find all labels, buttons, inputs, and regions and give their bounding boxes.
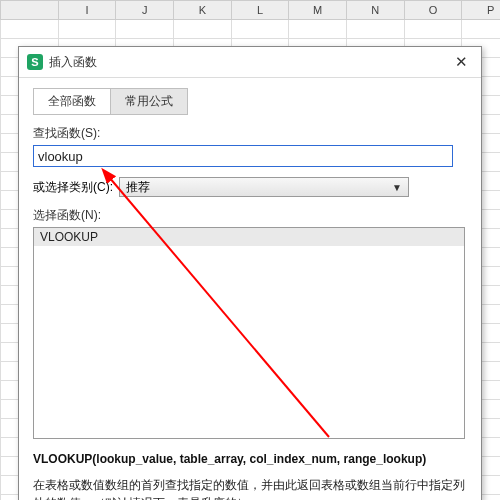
column-header[interactable]: I [58, 1, 116, 20]
search-input[interactable] [33, 145, 453, 167]
select-function-label: 选择函数(N): [33, 207, 467, 224]
tab-common-formulas[interactable]: 常用公式 [111, 89, 187, 114]
cell[interactable] [1, 20, 59, 39]
titlebar: S 插入函数 ✕ [19, 47, 481, 78]
category-label: 或选择类别(C): [33, 179, 113, 196]
function-listbox[interactable]: VLOOKUP [33, 227, 465, 439]
close-button[interactable]: ✕ [449, 50, 473, 74]
column-header[interactable]: N [346, 1, 404, 20]
tab-all-functions[interactable]: 全部函数 [34, 89, 111, 114]
cell[interactable] [116, 20, 174, 39]
cell[interactable] [231, 20, 289, 39]
cell[interactable] [346, 20, 404, 39]
column-header[interactable]: L [231, 1, 289, 20]
cell[interactable] [289, 20, 347, 39]
cell[interactable] [462, 20, 500, 39]
column-header[interactable]: M [289, 1, 347, 20]
function-signature: VLOOKUP(lookup_value, table_array, col_i… [33, 451, 467, 468]
column-header[interactable]: K [173, 1, 231, 20]
cell[interactable] [58, 20, 116, 39]
column-header[interactable]: O [404, 1, 462, 20]
dialog-title: 插入函数 [49, 54, 449, 71]
function-description: 在表格或数值数组的首列查找指定的数值，并由此返回表格或数组当前行中指定列处的数值… [33, 476, 467, 500]
cell[interactable] [404, 20, 462, 39]
app-logo-icon: S [27, 54, 43, 70]
category-value: 推荐 [126, 179, 150, 196]
search-label: 查找函数(S): [33, 125, 467, 142]
insert-function-dialog: S 插入函数 ✕ 全部函数常用公式 查找函数(S): 或选择类别(C): 推荐 … [18, 46, 482, 500]
cell[interactable] [173, 20, 231, 39]
chevron-down-icon: ▼ [392, 182, 402, 193]
column-header[interactable]: J [116, 1, 174, 20]
column-header[interactable] [1, 1, 59, 20]
column-header[interactable]: P [462, 1, 500, 20]
function-item[interactable]: VLOOKUP [34, 228, 464, 246]
tab-bar: 全部函数常用公式 [33, 88, 188, 115]
category-select[interactable]: 推荐 ▼ [119, 177, 409, 197]
